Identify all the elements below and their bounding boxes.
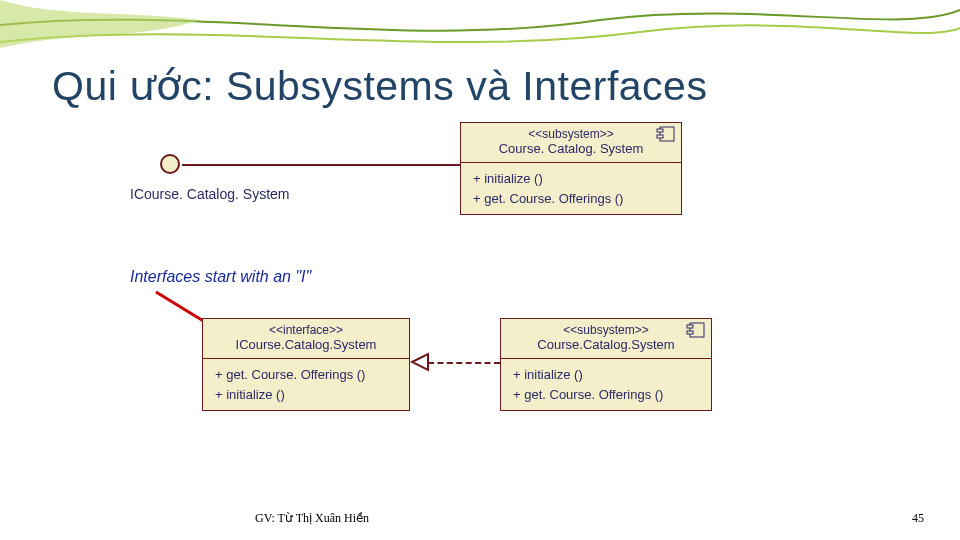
operation: + initialize () xyxy=(513,365,699,385)
page-number: 45 xyxy=(912,511,924,526)
class-name: Course. Catalog. System xyxy=(471,141,671,156)
svg-rect-2 xyxy=(657,135,663,138)
connector-line xyxy=(182,164,460,166)
subsystem-box-bottom: <<subsystem>> Course.Catalog.System + in… xyxy=(500,318,712,411)
operation: + get. Course. Offerings () xyxy=(215,365,397,385)
stereotype-label: <<subsystem>> xyxy=(511,323,701,337)
svg-marker-5 xyxy=(412,354,428,370)
interface-box: <<interface>> ICourse.Catalog.System + g… xyxy=(202,318,410,411)
uml-box-header: <<subsystem>> Course. Catalog. System xyxy=(461,123,681,163)
operations-compartment: + get. Course. Offerings () + initialize… xyxy=(203,359,409,410)
subsystem-box-top: <<subsystem>> Course. Catalog. System + … xyxy=(460,122,682,215)
stereotype-label: <<subsystem>> xyxy=(471,127,671,141)
lollipop-interface-icon xyxy=(160,154,180,174)
interface-label: ICourse. Catalog. System xyxy=(130,186,290,202)
component-icon xyxy=(685,322,705,341)
slide-title: Qui ước: Subsystems và Interfaces xyxy=(52,62,707,110)
realization-connector xyxy=(428,362,500,364)
class-name: Course.Catalog.System xyxy=(511,337,701,352)
header-swoosh xyxy=(0,0,960,60)
diagram-area: ICourse. Catalog. System <<subsystem>> C… xyxy=(130,120,830,480)
uml-box-header: <<interface>> ICourse.Catalog.System xyxy=(203,319,409,359)
operation: + get. Course. Offerings () xyxy=(473,189,669,209)
footer-author: GV: Từ Thị Xuân Hiền xyxy=(255,511,369,526)
realization-arrowhead-icon xyxy=(410,352,430,372)
operation: + initialize () xyxy=(473,169,669,189)
class-name: ICourse.Catalog.System xyxy=(213,337,399,352)
operation: + initialize () xyxy=(215,385,397,405)
svg-rect-7 xyxy=(687,325,693,328)
operations-compartment: + initialize () + get. Course. Offerings… xyxy=(461,163,681,214)
operations-compartment: + initialize () + get. Course. Offerings… xyxy=(501,359,711,410)
svg-rect-1 xyxy=(657,129,663,132)
stereotype-label: <<interface>> xyxy=(213,323,399,337)
uml-box-header: <<subsystem>> Course.Catalog.System xyxy=(501,319,711,359)
operation: + get. Course. Offerings () xyxy=(513,385,699,405)
component-icon xyxy=(655,126,675,145)
annotation-note: Interfaces start with an "I" xyxy=(130,268,311,286)
svg-rect-8 xyxy=(687,331,693,334)
